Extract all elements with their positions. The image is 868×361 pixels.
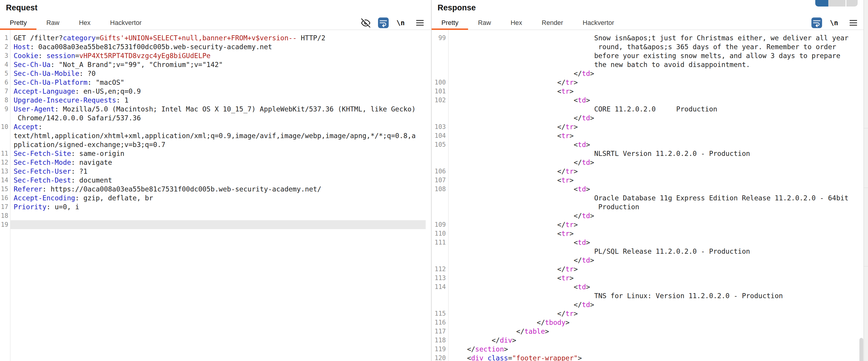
tab-hackvertor[interactable]: Hackvertor	[100, 16, 151, 30]
clipped-segmented-control[interactable]	[815, 0, 858, 6]
code-line-text: </td>	[448, 69, 863, 78]
code-line[interactable]: round, that&apos;s 365 days of the year.…	[432, 42, 863, 51]
word-wrap-toggle-icon[interactable]	[378, 18, 389, 28]
code-line[interactable]: 112 </tr>	[432, 265, 863, 274]
code-line[interactable]: 13Sec-Fetch-User: ?1	[0, 167, 426, 176]
code-line[interactable]: 15Referer: https://0aca008a03ea55be81c75…	[0, 185, 426, 193]
code-line[interactable]: 4Sec-Ch-Ua: "Not_A Brand";v="99", "Chrom…	[0, 60, 426, 69]
code-line[interactable]: Oracle Database 11g Express Edition Rele…	[432, 193, 863, 203]
code-line[interactable]: the new batch to avoid disappointment.	[432, 60, 863, 69]
tab-hex[interactable]: Hex	[501, 16, 532, 30]
code-line[interactable]: TNS for Linux: Version 11.2.0.2.0 - Prod…	[432, 291, 863, 300]
code-line[interactable]: 9User-Agent: Mozilla/5.0 (Macintosh; Int…	[0, 104, 426, 114]
code-line[interactable]: </td>	[432, 211, 863, 220]
code-line[interactable]: 115 </tr>	[432, 309, 863, 318]
code-line[interactable]: 108 <td>	[432, 185, 863, 193]
code-line[interactable]: 2Host: 0aca008a03ea55be81c7531f00dc005b.…	[0, 42, 426, 51]
code-line-text: <td>	[448, 185, 863, 193]
code-line[interactable]: </td>	[432, 256, 863, 265]
request-editor[interactable]: 1GET /filter?category=Gifts'+UNION+SELEC…	[0, 30, 426, 229]
word-wrap-toggle-icon[interactable]	[811, 18, 822, 28]
code-line[interactable]: 8Upgrade-Insecure-Requests: 1	[0, 96, 426, 104]
line-number: 120	[432, 354, 448, 361]
code-line[interactable]: 6Sec-Ch-Ua-Platform: "macOS"	[0, 78, 426, 87]
code-line[interactable]: 10Accept:	[0, 122, 426, 131]
code-line[interactable]: 18	[0, 211, 426, 220]
code-line[interactable]: 101 <tr>	[432, 87, 863, 96]
code-line[interactable]: </td>	[432, 69, 863, 78]
code-line[interactable]: 104 <tr>	[432, 131, 863, 140]
editor-menu-icon[interactable]	[849, 19, 857, 26]
code-line-text: Accept:	[10, 122, 426, 131]
vertical-scrollbar-thumb[interactable]	[860, 338, 863, 361]
tab-hex[interactable]: Hex	[69, 16, 100, 30]
line-number: 103	[432, 122, 448, 131]
code-line[interactable]: 118 </div>	[432, 336, 863, 345]
code-line[interactable]: 119 </section>	[432, 345, 863, 354]
code-line-text	[10, 220, 426, 229]
code-line[interactable]: 100 </tr>	[432, 78, 863, 87]
code-line[interactable]: 11Sec-Fetch-Site: same-origin	[0, 149, 426, 158]
line-number: 6	[0, 78, 10, 87]
code-line[interactable]: 114 <td>	[432, 282, 863, 291]
code-line[interactable]: Production	[432, 203, 863, 211]
code-line[interactable]: 109 </tr>	[432, 220, 863, 229]
show-newlines-icon[interactable]: \n	[830, 19, 838, 27]
code-line[interactable]: 103 </tr>	[432, 122, 863, 131]
code-line[interactable]: </td>	[432, 114, 863, 122]
code-line[interactable]: 17Priority: u=0, i	[0, 203, 426, 211]
code-line-text: Referer: https://0aca008a03ea55be81c7531…	[10, 185, 426, 193]
code-line[interactable]: 113 <tr>	[432, 274, 863, 282]
code-line[interactable]: Chrome/142.0.0.0 Safari/537.36	[0, 114, 426, 122]
code-line[interactable]: 120 <div class="footer-wrapper">	[432, 354, 863, 361]
hide-matches-eye-off-icon[interactable]	[361, 19, 370, 28]
code-line[interactable]: 106 </tr>	[432, 167, 863, 176]
code-line[interactable]: CORE 11.2.0.2.0 Production	[432, 104, 863, 114]
code-line[interactable]: PL/SQL Release 11.2.0.2.0 - Production	[432, 247, 863, 256]
code-line[interactable]: text/html,application/xhtml+xml,applicat…	[0, 131, 426, 140]
code-line[interactable]: 14Sec-Fetch-Dest: document	[0, 176, 426, 185]
code-line[interactable]: 7Accept-Language: en-US,en;q=0.9	[0, 87, 426, 96]
code-line[interactable]: NLSRTL Version 11.2.0.2.0 - Production	[432, 149, 863, 158]
tab-raw[interactable]: Raw	[468, 16, 501, 30]
code-line[interactable]: 105 <td>	[432, 140, 863, 149]
code-line-text: before your existing snow melts, and all…	[448, 51, 863, 60]
line-number: 109	[432, 220, 448, 229]
code-line-text: the new batch to avoid disappointment.	[448, 60, 863, 69]
code-line[interactable]: </td>	[432, 158, 863, 167]
tab-pretty[interactable]: Pretty	[0, 16, 36, 30]
line-number: 118	[432, 336, 448, 345]
code-line[interactable]: pplication/signed-exchange;v=b3;q=0.7	[0, 140, 426, 149]
code-line-text: <td>	[448, 96, 863, 104]
tab-render[interactable]: Render	[532, 16, 573, 30]
code-line[interactable]: 5Sec-Ch-Ua-Mobile: ?0	[0, 69, 426, 78]
code-line[interactable]: 12Sec-Fetch-Mode: navigate	[0, 158, 426, 167]
code-line[interactable]: 1GET /filter?category=Gifts'+UNION+SELEC…	[0, 33, 426, 42]
response-editor[interactable]: 99 Snow isn&apos;t just for Christmas ei…	[432, 30, 863, 361]
code-line[interactable]: </td>	[432, 300, 863, 309]
line-number: 108	[432, 185, 448, 193]
code-line[interactable]: 16Accept-Encoding: gzip, deflate, br	[0, 193, 426, 203]
code-line[interactable]: before your existing snow melts, and all…	[432, 51, 863, 60]
code-line[interactable]: 19	[0, 220, 426, 229]
code-line[interactable]: 116 </tbody>	[432, 318, 863, 327]
code-line-text: </td>	[448, 158, 863, 167]
show-newlines-icon[interactable]: \n	[396, 19, 405, 27]
tab-raw[interactable]: Raw	[36, 16, 69, 30]
code-line-text: </tr>	[448, 167, 863, 176]
code-line[interactable]: 111 <td>	[432, 238, 863, 247]
code-line-text: <tr>	[448, 176, 863, 185]
code-line[interactable]: 117 </table>	[432, 327, 863, 336]
editor-menu-icon[interactable]	[416, 19, 424, 26]
code-line[interactable]: 3Cookie: session=vHP4Xt5RPT4TD8vzgc4yEg8…	[0, 51, 426, 60]
line-number: 5	[0, 69, 10, 78]
line-number	[0, 114, 10, 122]
code-line[interactable]: 107 <tr>	[432, 176, 863, 185]
tab-pretty[interactable]: Pretty	[432, 16, 468, 30]
line-number: 2	[0, 42, 10, 51]
code-line[interactable]: 102 <td>	[432, 96, 863, 104]
code-line[interactable]: 110 <tr>	[432, 229, 863, 238]
code-line[interactable]: 99 Snow isn&apos;t just for Christmas ei…	[432, 33, 863, 42]
tab-hackvertor[interactable]: Hackvertor	[573, 16, 624, 30]
code-line-text: <tr>	[448, 131, 863, 140]
